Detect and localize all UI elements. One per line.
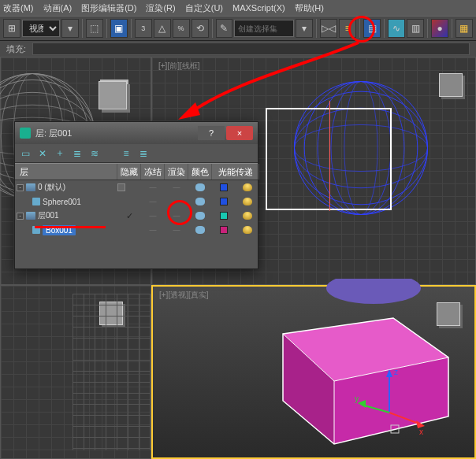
percent-snap-icon[interactable]: % [173,19,190,38]
render-icon[interactable] [195,212,205,220]
col-render: 渲染 [165,164,188,180]
col-radiosity: 光能传递 [212,164,259,180]
highlight-icon[interactable]: ≋ [89,148,100,159]
help-button[interactable]: ? [198,126,225,140]
hide-toggle[interactable]: — [141,226,165,234]
dialog-header-row: 层 隐藏 冻结 渲染 颜色 光能传递 [15,163,258,180]
color-swatch[interactable] [220,198,228,205]
expand-icon[interactable]: - [17,184,24,191]
align-icon[interactable]: ≡ [339,19,356,38]
dialog-titlebar[interactable]: 层: 层001 ? × [15,122,258,144]
viewcube-icon[interactable] [99,81,127,109]
color-swatch[interactable] [220,183,228,191]
hide-toggle[interactable]: — [141,212,165,220]
menu-item[interactable]: 动画(A) [43,2,73,14]
radiosity-icon[interactable] [243,198,252,205]
app-icon [20,128,31,139]
dialog-title: 层: 层001 [35,128,72,139]
edit-named-sel-icon[interactable]: ✎ [216,19,233,38]
pivot-icon[interactable]: ▾ [61,19,79,38]
current-checkbox[interactable] [117,183,125,191]
reference-coord-select[interactable]: 视图 [22,20,60,37]
dialog-toolbar: ▭ ✕ ＋ ≣ ≋ ≡ ≣ [15,144,258,163]
spinner-snap-icon[interactable]: ⟲ [192,19,209,38]
add-to-layer-icon[interactable]: ＋ [54,148,65,159]
close-button[interactable]: × [226,126,253,140]
selection-dropdown-icon[interactable]: ▾ [296,19,313,38]
col-freeze: 冻结 [141,164,165,180]
freeze-toggle[interactable]: — [165,212,188,220]
color-swatch[interactable] [220,226,228,234]
layer-row[interactable]: -层001 ✓ — — [15,209,258,223]
object-icon [32,198,40,205]
wire-edge [73,294,151,450]
perspective-box: z x y [216,279,452,452]
layer-dialog[interactable]: 层: 层001 ? × ▭ ✕ ＋ ≣ ≋ ≡ ≣ 层 隐藏 冻结 渲染 颜色 … [14,121,258,269]
named-selection-input[interactable] [234,20,294,37]
mirror-icon[interactable]: ▷◁ [320,19,337,38]
fill-input[interactable] [32,43,470,55]
radiosity-icon[interactable] [243,212,252,220]
color-swatch[interactable] [220,212,228,220]
svg-text:y: y [355,394,359,403]
render-icon[interactable] [195,226,205,234]
schematic-view-icon[interactable]: ▥ [407,19,424,38]
layer-icon [26,212,35,220]
new-layer-icon[interactable]: ▭ [20,148,31,159]
hide-toggle[interactable]: — [141,183,165,191]
material-editor-icon[interactable]: ● [431,19,448,38]
layer-icon [26,183,35,191]
viewport-bottom-left[interactable] [0,285,151,459]
menu-item[interactable]: 自定义(U) [185,2,223,14]
menu-item[interactable]: 图形编辑器(D) [81,2,136,14]
render-icon[interactable] [195,183,205,191]
freeze-toggle[interactable]: — [165,183,188,191]
col-color: 颜色 [188,164,212,180]
render-icon[interactable] [195,198,205,205]
fill-label: 填充: [6,43,26,55]
toolbar: ⊞ 视图 ▾ ⬚ ▣ 3 △ % ⟲ ✎ ▾ ▷◁ ≡ ▤ ∿ ▥ ● ▦ [0,16,476,41]
hide-toggle[interactable]: — [141,198,165,205]
freeze-toggle[interactable]: — [165,198,188,205]
expand-icon[interactable]: - [17,213,24,220]
dialog-body: -0 (默认) — — Sphere001 — — -层001 ✓ — — [15,180,258,268]
svg-point-0 [326,279,421,304]
viewport-label: [+][前][线框] [158,61,200,72]
angle-snap-icon[interactable]: △ [154,19,171,38]
svg-text:x: x [419,428,423,436]
menu-item[interactable]: MAXScript(X) [232,3,285,13]
select-manipulate-icon[interactable]: ⬚ [86,19,103,38]
menu-item[interactable]: 改器(M) [3,2,34,14]
svg-text:z: z [394,368,398,376]
freeze-unfreeze-icon[interactable]: ≣ [138,148,149,159]
render-setup-icon[interactable]: ▦ [456,19,473,38]
col-layer: 层 [15,164,117,180]
select-content-icon[interactable]: ≣ [72,148,83,159]
viewport-perspective[interactable]: [+][透视][真实] z x y [151,285,476,459]
radiosity-icon[interactable] [243,183,252,191]
col-hide: 隐藏 [117,164,141,180]
freeze-toggle[interactable]: — [165,226,188,234]
viewcube-icon[interactable] [439,73,463,97]
keyboard-shortcut-icon[interactable]: ▣ [110,19,128,38]
object-row[interactable]: Sphere001 — — [15,194,258,209]
object-icon [32,226,40,234]
wireframe-box [266,108,392,210]
current-check-icon[interactable]: ✓ [117,211,141,221]
object-row[interactable]: Box001 — — [15,223,258,237]
viewport-label: [+][透视][真实] [159,290,209,301]
menubar: 改器(M) 动画(A) 图形编辑器(D) 渲染(R) 自定义(U) MAXScr… [0,0,476,16]
menu-item[interactable]: 渲染(R) [146,2,175,14]
snap-3-icon[interactable]: 3 [135,19,152,38]
fill-bar: 填充: [0,41,476,57]
layer-row[interactable]: -0 (默认) — — [15,180,258,194]
menu-item[interactable]: 帮助(H) [295,2,324,14]
radiosity-icon[interactable] [243,226,252,234]
curve-editor-icon[interactable]: ∿ [388,19,405,38]
delete-layer-icon[interactable]: ✕ [37,148,48,159]
coord-system-icon[interactable]: ⊞ [3,19,20,38]
hide-unhide-icon[interactable]: ≡ [121,148,132,159]
layer-manager-icon[interactable]: ▤ [363,19,381,38]
